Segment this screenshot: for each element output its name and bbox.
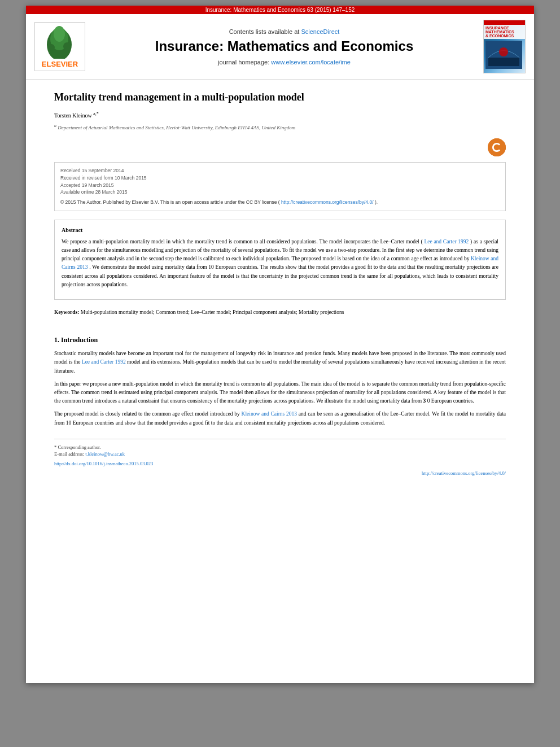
accepted-date: Accepted 19 March 2015: [60, 182, 500, 189]
keywords-section: Keywords: Multi-population mortality mod…: [54, 308, 506, 316]
cover-body: [484, 39, 524, 71]
keywords-label: Keywords:: [54, 309, 79, 315]
cc-license-link-box[interactable]: http://creativecommons.org/licenses/by/4…: [281, 199, 373, 205]
kleinow-ref-abstract[interactable]: Kleinow: [471, 256, 489, 261]
elsevier-tree-icon: [37, 25, 82, 59]
number-countries: 3: [423, 398, 426, 404]
author-super: a,*: [93, 111, 99, 116]
lee-carter-ref-intro[interactable]: Lee and Carter 1992: [82, 359, 126, 365]
abstract-col: Abstract We propose a multi-population m…: [54, 220, 506, 325]
article-info-box: Received 15 September 2014 Received in r…: [54, 162, 506, 211]
contents-available-line: Contents lists available at ScienceDirec…: [97, 28, 472, 35]
cover-red-bar: [484, 20, 525, 25]
journal-homepage-link[interactable]: www.elsevier.com/locate/ime: [271, 59, 351, 65]
cairns-ref-intro[interactable]: and Cairns 2013: [261, 411, 297, 417]
main-content: Mortality trend management in a multi-po…: [26, 80, 534, 488]
cairns-ref-abstract[interactable]: and Cairns 2013: [62, 256, 498, 270]
email-link[interactable]: t.kleinow@hw.ac.uk: [85, 451, 125, 457]
svg-rect-7: [488, 58, 519, 66]
affiliations: a Department of Actuarial Mathematics an…: [54, 123, 506, 132]
cover-image: INSURANCEMATHEMATICS& ECONOMICS: [483, 20, 526, 73]
corresponding-author-note: * Corresponding author. E-mail address: …: [54, 444, 506, 458]
svg-point-9: [488, 138, 506, 156]
kleinow-ref-intro[interactable]: Kleinow: [242, 411, 260, 417]
page: Insurance: Mathematics and Economics 63 …: [26, 6, 534, 683]
journal-header-bar: Insurance: Mathematics and Economics 63 …: [26, 6, 534, 14]
journal-homepage-line: journal homepage: www.elsevier.com/locat…: [97, 59, 472, 65]
journal-cover: INSURANCEMATHEMATICS& ECONOMICS: [483, 20, 526, 73]
header-center: Contents lists available at ScienceDirec…: [85, 28, 483, 65]
svg-point-3: [54, 26, 65, 42]
received-date: Received 15 September 2014: [60, 167, 500, 174]
received-revised-date: Received in revised form 10 March 2015: [60, 174, 500, 182]
open-access-area: [54, 138, 506, 156]
available-online-date: Available online 28 March 2015: [60, 189, 500, 196]
article-title: Mortality trend management in a multi-po…: [54, 91, 506, 104]
intro-para-3: The proposed model is closely related to…: [54, 410, 506, 427]
keywords-terms: Multi-population mortality model; Common…: [81, 309, 344, 315]
email-label: E-mail address:: [54, 451, 84, 457]
cover-logo-text: INSURANCEMATHEMATICS& ECONOMICS: [484, 25, 525, 39]
intro-para-2: In this paper we propose a new multi-pop…: [54, 380, 506, 406]
science-direct-link[interactable]: ScienceDirect: [301, 28, 339, 35]
cc-footer-link[interactable]: http://creativecommons.org/licenses/by/4…: [422, 470, 506, 476]
journal-header-text: Insurance: Mathematics and Economics 63 …: [205, 7, 355, 13]
cc-footer-line: http://creativecommons.org/licenses/by/4…: [54, 470, 506, 477]
journal-title: Insurance: Mathematics and Economics: [97, 38, 472, 54]
svg-point-4: [48, 44, 55, 51]
abstract-section: Abstract We propose a multi-population m…: [54, 220, 506, 300]
doi-link[interactable]: http://dx.doi.org/10.1016/j.insmatheco.2…: [54, 461, 153, 466]
intro-para-1: Stochastic mortality models have become …: [54, 350, 506, 375]
journal-header: ELSEVIER Contents lists available at Sci…: [26, 14, 534, 80]
creative-commons-icon: [488, 138, 506, 156]
abstract-title: Abstract: [62, 226, 498, 235]
svg-point-8: [499, 47, 508, 56]
doi-line: http://dx.doi.org/10.1016/j.insmatheco.2…: [54, 460, 506, 468]
cc-license-line: © 2015 The Author. Published by Elsevier…: [60, 199, 500, 206]
authors: Torsten Kleinow a,*: [54, 111, 506, 120]
lee-carter-ref-abstract[interactable]: Lee and Carter 1992: [424, 239, 469, 244]
affiliation-text: Department of Actuarial Mathematics and …: [58, 125, 295, 130]
elsevier-brand-text: ELSEVIER: [37, 60, 82, 68]
affiliation-super: a: [54, 123, 56, 128]
footnote-area: * Corresponding author. E-mail address: …: [54, 439, 506, 477]
two-column-area: Abstract We propose a multi-population m…: [54, 220, 506, 325]
section-1-heading: 1. Introduction: [54, 335, 506, 345]
svg-point-5: [63, 42, 71, 50]
abstract-text: We propose a multi-population mortality …: [62, 238, 498, 289]
elsevier-logo: ELSEVIER: [34, 22, 85, 71]
author-name: Torsten Kleinow: [54, 113, 92, 119]
